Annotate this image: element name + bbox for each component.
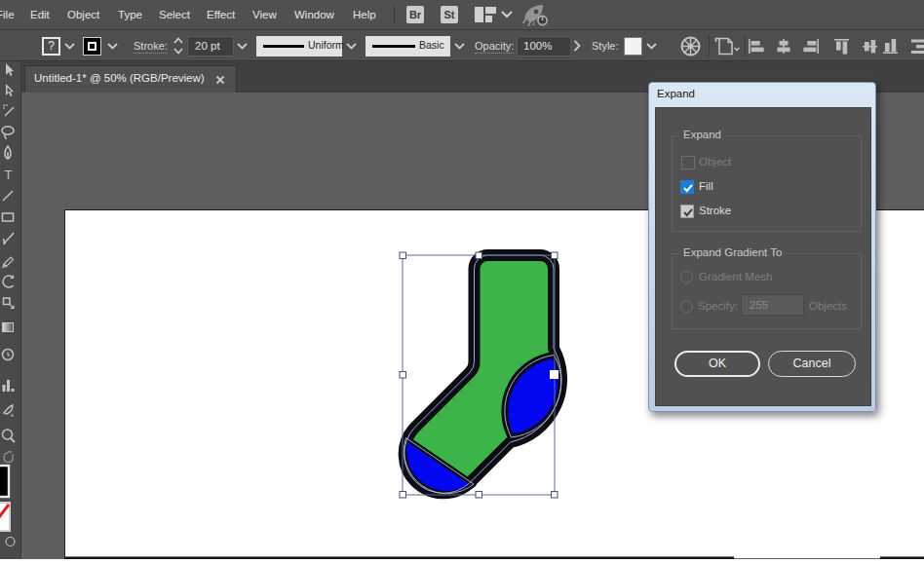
svg-text:T: T — [5, 168, 13, 182]
